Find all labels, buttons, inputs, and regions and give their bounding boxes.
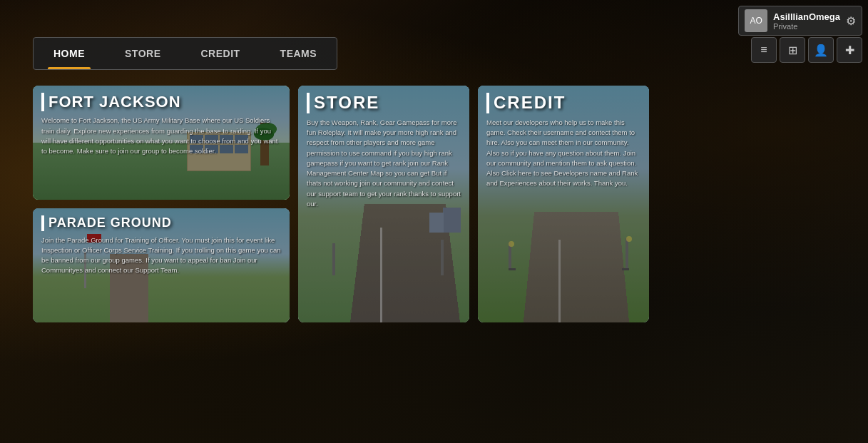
nav-home[interactable]: HOME xyxy=(34,38,105,69)
grid-icon-btn[interactable]: ⊞ xyxy=(780,37,805,63)
avatar: AO xyxy=(745,9,767,32)
credit-text: Meet our developers who help us to make … xyxy=(486,118,640,189)
avatar-initials: AO xyxy=(750,16,762,26)
settings-icon[interactable]: ⚙ xyxy=(846,14,856,28)
user-rank: Private xyxy=(773,22,840,31)
parade-ground-content: PARADE GROUND Join the Parade Ground for… xyxy=(33,208,290,322)
fort-jackson-text: Welcome to Fort Jackson, the US Army Mil… xyxy=(41,116,281,156)
fort-jackson-title: FORT JACKSON xyxy=(41,93,281,111)
username: AsilllianOmega xyxy=(773,11,840,22)
fort-jackson-content: FORT JACKSON Welcome to Fort Jackson, th… xyxy=(33,86,290,200)
store-title: STORE xyxy=(307,93,461,113)
cross-icon-btn[interactable]: ✚ xyxy=(837,37,862,63)
menu-icon-btn[interactable]: ≡ xyxy=(751,37,777,63)
credit-title: CREDIT xyxy=(486,93,640,113)
parade-ground-text: Join the Parade Ground for Training of O… xyxy=(41,235,281,276)
fort-jackson-card[interactable]: FORT JACKSON Welcome to Fort Jackson, th… xyxy=(33,86,290,200)
nav-teams[interactable]: TEAMS xyxy=(260,38,337,69)
nav-store[interactable]: STORE xyxy=(105,38,180,69)
store-card[interactable]: STORE Buy the Weapon, Rank, Gear Gamepas… xyxy=(298,86,469,322)
parade-ground-title: PARADE GROUND xyxy=(41,215,281,231)
user-icon-btn[interactable]: 👤 xyxy=(808,37,834,63)
parade-ground-card[interactable]: PARADE GROUND Join the Parade Ground for… xyxy=(33,208,290,322)
credit-card[interactable]: CREDIT Meet our developers who help us t… xyxy=(478,86,649,322)
user-panel: AO AsilllianOmega Private ⚙ xyxy=(738,6,862,36)
credit-content: CREDIT Meet our developers who help us t… xyxy=(478,86,649,322)
icon-bar: ≡ ⊞ 👤 ✚ xyxy=(751,37,862,63)
store-content: STORE Buy the Weapon, Rank, Gear Gamepas… xyxy=(298,86,469,322)
cards-area: FORT JACKSON Welcome to Fort Jackson, th… xyxy=(33,86,861,322)
content-wrapper: AO AsilllianOmega Private ⚙ HOME STORE C… xyxy=(0,0,868,443)
navbar: HOME STORE CREDIT TEAMS xyxy=(33,37,337,70)
user-info: AsilllianOmega Private xyxy=(773,11,840,31)
store-text: Buy the Weapon, Rank, Gear Gamepass for … xyxy=(307,118,461,209)
nav-credit[interactable]: CREDIT xyxy=(180,38,260,69)
